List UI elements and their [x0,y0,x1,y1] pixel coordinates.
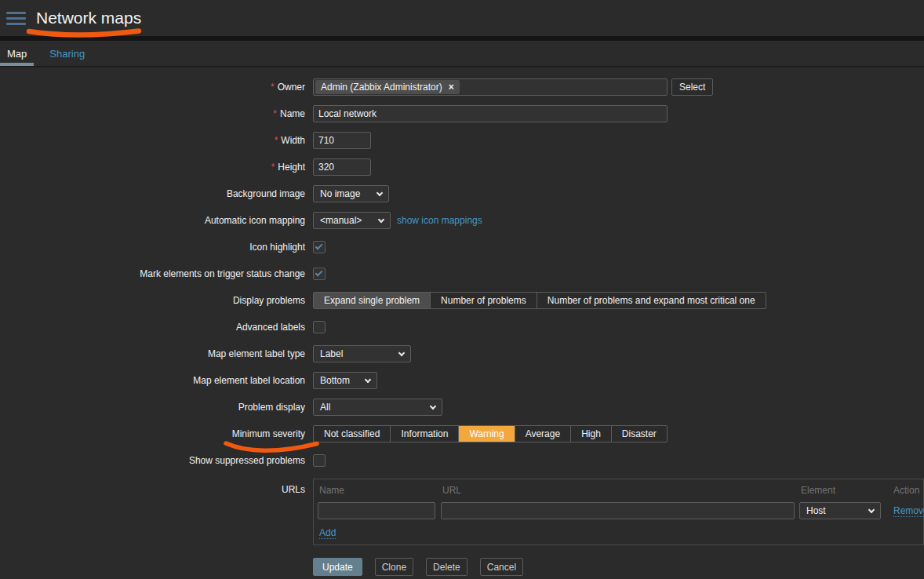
checkmark-icon [315,269,323,277]
label-location-select[interactable]: Bottom [313,372,377,389]
url-element-select[interactable]: Host [799,502,881,519]
severity-option-not-classified[interactable]: Not classified [314,426,391,442]
display-problems-option-expand-single[interactable]: Expand single problem [314,293,431,308]
severity-option-high[interactable]: High [571,426,612,442]
owner-field[interactable]: Admin (Zabbix Administrator) × [313,78,668,96]
display-problems-option-number-expand-critical[interactable]: Number of problems and expand most criti… [537,293,766,308]
clone-button[interactable]: Clone [375,558,413,576]
background-image-select[interactable]: No image [313,185,389,202]
form-footer: Update Clone Delete Cancel [313,558,924,576]
owner-row: *Owner Admin (Zabbix Administrator) × Se… [0,78,924,96]
app-header: Network maps [0,0,924,36]
url-add-link[interactable]: Add [319,527,336,539]
height-input[interactable] [313,158,371,176]
show-suppressed-checkbox[interactable] [313,454,326,467]
problem-display-row: Problem display All [0,399,924,416]
url-name-input[interactable] [318,502,435,519]
minimum-severity-row: Minimum severity Not classified Informat… [0,425,924,442]
icon-highlight-checkbox[interactable] [313,241,326,253]
chip-close-icon[interactable]: × [449,82,454,92]
urls-panel: Name URL Element Action Host Remove Add [313,479,924,545]
icon-highlight-row: Icon highlight [0,239,924,256]
severity-option-disaster[interactable]: Disaster [612,426,667,442]
mark-elements-label: Mark elements on trigger status change [0,265,305,282]
background-image-label: Background image [0,185,305,202]
cancel-button[interactable]: Cancel [480,558,523,576]
show-icon-mappings-link[interactable]: show icon mappings [397,215,482,226]
severity-option-average[interactable]: Average [515,426,571,442]
tab-map[interactable]: Map [0,41,34,66]
label-type-label: Map element label type [0,345,305,362]
delete-button[interactable]: Delete [426,558,467,576]
urls-col-name: Name [318,485,441,496]
height-row: *Height [0,158,924,176]
severity-option-information[interactable]: Information [391,426,459,442]
show-suppressed-row: Show suppressed problems [0,452,924,469]
label-location-row: Map element label location Bottom [0,372,924,389]
display-problems-option-number[interactable]: Number of problems [431,293,537,308]
label-type-select[interactable]: Label [313,345,411,362]
urls-table-row: Host Remove [318,502,919,519]
urls-label: URLs [0,479,305,498]
urls-col-action: Action [886,485,919,496]
width-row: *Width [0,132,924,149]
name-row: *Name [0,105,924,122]
label-type-row: Map element label type Label [0,345,924,362]
chevron-down-icon [868,506,875,512]
icon-highlight-label: Icon highlight [0,239,305,256]
update-button[interactable]: Update [313,558,362,576]
tab-sharing[interactable]: Sharing [42,41,93,66]
chevron-down-icon [365,376,371,382]
owner-chip: Admin (Zabbix Administrator) × [315,80,460,94]
chevron-down-icon [398,349,405,355]
width-label: *Width [0,132,305,149]
mark-elements-row: Mark elements on trigger status change [0,265,924,282]
icon-mapping-select[interactable]: <manual> [313,212,391,229]
name-input[interactable] [313,105,668,122]
display-problems-label: Display problems [0,292,305,309]
name-label: *Name [0,105,305,122]
show-suppressed-label: Show suppressed problems [0,452,305,469]
menu-icon[interactable] [6,12,26,25]
problem-display-select[interactable]: All [313,399,442,416]
advanced-labels-checkbox[interactable] [313,321,326,333]
height-label: *Height [0,158,305,176]
tab-bar: Map Sharing [0,41,924,67]
minimum-severity-label: Minimum severity [0,425,305,442]
urls-row: URLs Name URL Element Action Host Remove [0,479,924,545]
advanced-labels-label: Advanced labels [0,319,305,336]
url-remove-link[interactable]: Remove [893,505,924,517]
minimum-severity-segment: Not classified Information Warning Avera… [313,425,668,442]
urls-table-header: Name URL Element Action [318,483,919,496]
mark-elements-checkbox[interactable] [313,268,326,280]
chevron-down-icon [377,189,383,195]
chevron-down-icon [378,216,384,222]
checkmark-icon [315,242,323,250]
urls-col-url: URL [441,485,799,496]
background-image-row: Background image No image [0,185,924,202]
icon-mapping-row: Automatic icon mapping <manual> show ico… [0,212,924,229]
owner-select-button[interactable]: Select [671,78,713,96]
owner-label: *Owner [0,78,305,96]
severity-option-warning[interactable]: Warning [459,426,515,442]
advanced-labels-row: Advanced labels [0,319,924,336]
label-location-label: Map element label location [0,372,305,389]
page-title: Network maps [36,9,141,27]
width-input[interactable] [313,132,371,149]
icon-mapping-label: Automatic icon mapping [0,212,305,229]
chevron-down-icon [430,402,436,409]
display-problems-segment: Expand single problem Number of problems… [313,292,766,309]
map-form: *Owner Admin (Zabbix Administrator) × Se… [0,67,924,576]
display-problems-row: Display problems Expand single problem N… [0,292,924,309]
url-url-input[interactable] [441,502,795,519]
problem-display-label: Problem display [0,399,305,416]
urls-col-element: Element [799,485,886,496]
